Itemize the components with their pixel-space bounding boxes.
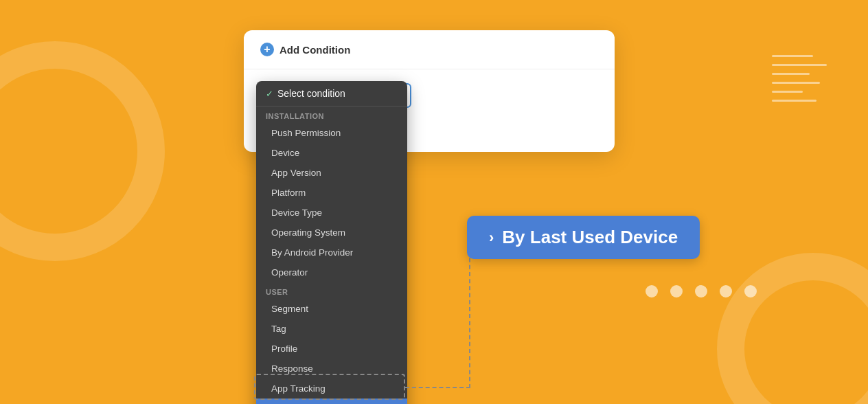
last-used-device-badge: › By Last Used Device [467, 216, 700, 259]
dropdown-item-app-tracking[interactable]: App Tracking [256, 379, 407, 399]
dropdown-section-installation: INSTALLATION [256, 106, 407, 123]
add-condition-icon: + [260, 43, 274, 56]
dropdown-item-push-permission[interactable]: Push Permission [256, 123, 407, 143]
dropdown-item-operator[interactable]: Operator [256, 262, 407, 282]
deco-line [772, 100, 816, 102]
deco-lines [772, 55, 827, 102]
dropdown-item-device-type[interactable]: Device Type [256, 203, 407, 223]
dropdown-item-by-last-used-device[interactable]: By Last Used Device [256, 399, 407, 404]
dashed-connector-horizontal [405, 387, 470, 388]
dropdown-selected-item[interactable]: ✓ Select condition [256, 81, 407, 106]
card-header: + Add Condition [244, 30, 615, 69]
dot-1 [646, 285, 658, 298]
dropdown-section-user: USER [256, 282, 407, 299]
dashed-connector-vertical [469, 237, 470, 388]
dropdown-item-segment[interactable]: Segment [256, 299, 407, 319]
dot-5 [744, 285, 757, 298]
dropdown-item-device[interactable]: Device [256, 143, 407, 163]
checkmark-icon: ✓ [266, 89, 273, 99]
dropdown-item-response[interactable]: Response [256, 359, 407, 379]
deco-line [772, 55, 813, 57]
dot-4 [720, 285, 732, 298]
dropdown-item-by-android-provider[interactable]: By Android Provider [256, 243, 407, 262]
deco-line [772, 73, 810, 75]
badge-text: By Last Used Device [502, 227, 678, 248]
dropdown-item-profile[interactable]: Profile [256, 339, 407, 359]
dropdown-item-operating-system[interactable]: Operating System [256, 223, 407, 243]
bg-circle-left [0, 41, 165, 261]
dot-2 [670, 285, 683, 298]
card-title: Add Condition [279, 44, 350, 56]
dropdown-item-platform[interactable]: Platform [256, 183, 407, 203]
dot-3 [695, 285, 707, 298]
dropdown-selected-text: Select condition [277, 88, 345, 99]
deco-line [772, 64, 827, 66]
dots-row [646, 285, 757, 298]
bg-circle-right [717, 253, 868, 404]
dropdown-item-app-version[interactable]: App Version [256, 163, 407, 183]
deco-line [772, 82, 820, 84]
badge-arrow-icon: › [489, 229, 494, 247]
dropdown-menu-container: ✓ Select condition INSTALLATION Push Per… [256, 81, 407, 404]
plus-icon: + [264, 44, 270, 55]
dropdown-item-tag[interactable]: Tag [256, 319, 407, 339]
deco-line [772, 91, 803, 93]
